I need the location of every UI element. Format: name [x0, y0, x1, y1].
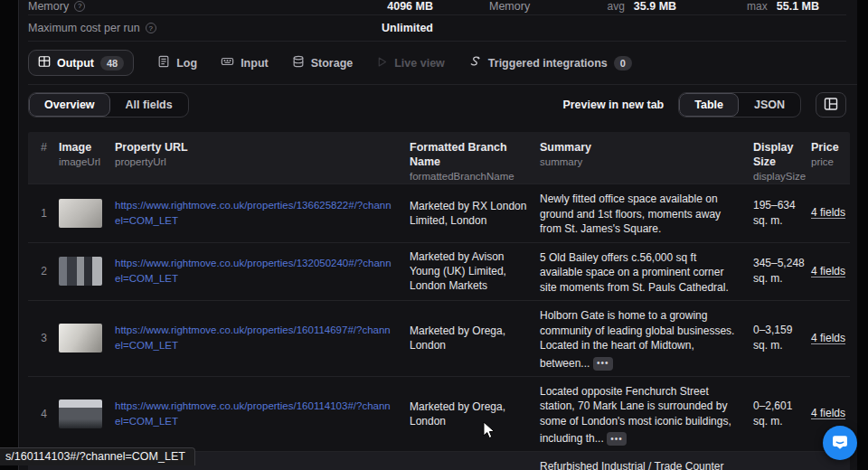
property-thumbnail[interactable]	[59, 400, 102, 428]
col-header-index: #	[28, 132, 59, 155]
integrations-icon	[468, 55, 482, 71]
max-label: max	[747, 0, 768, 13]
row-index: 4	[28, 408, 59, 420]
tab-log[interactable]: Log	[157, 55, 197, 70]
format-segmented-control: Table JSON	[678, 92, 801, 118]
tab-triggered-integrations[interactable]: Triggered integrations 0	[468, 55, 632, 71]
memory-setting-value: 4096 MB	[387, 0, 433, 13]
branch-name: Marketed by Orega, London	[410, 324, 540, 352]
summary-value: 5 Old Bailey offers c.56,000 sq ft avail…	[540, 251, 729, 294]
branch-name: Marketed by Avison Young (UK) Limited, L…	[410, 249, 540, 293]
tab-log-label: Log	[176, 57, 197, 70]
integrations-count-badge: 0	[614, 56, 632, 70]
branch-name: Marketed by Orega, London	[410, 400, 540, 428]
memory-setting-text: Memory	[28, 0, 69, 13]
run-tabs: Output 48 Log Input	[28, 42, 857, 85]
output-count-badge: 48	[100, 56, 124, 70]
segment-overview[interactable]: Overview	[29, 93, 110, 117]
segment-table[interactable]: Table	[679, 93, 739, 117]
row-index: 2	[28, 265, 59, 277]
help-icon[interactable]: ?	[74, 1, 85, 12]
property-url-link[interactable]: https://www.rightmove.co.uk/properties/1…	[115, 400, 391, 427]
summary-text: Newly fitted office space available on g…	[540, 184, 753, 242]
max-cost-value: Unlimited	[382, 22, 433, 34]
memory-stats-label: Memory	[489, 0, 530, 13]
dataset-table: # Image imageUrl Property URL propertyUr…	[28, 132, 850, 470]
tab-storage-label: Storage	[311, 57, 354, 70]
summary-value: Located opposite Fenchurch Street statio…	[540, 385, 731, 445]
max-value: 55.1 MB	[777, 0, 819, 13]
table-row: 4 https://www.rightmove.co.uk/properties…	[28, 376, 850, 452]
property-url-link[interactable]: https://www.rightmove.co.uk/properties/1…	[115, 258, 392, 284]
property-thumbnail[interactable]	[59, 257, 102, 286]
segment-all-fields[interactable]: All fields	[110, 93, 188, 117]
storage-database-icon	[292, 55, 305, 70]
tab-storage[interactable]: Storage	[292, 55, 354, 70]
memory-usage-stats: Memory avg 35.9 MB max 55.1 MB	[433, 0, 846, 13]
memory-setting-label: Memory ?	[28, 0, 85, 13]
price-fields-link[interactable]: 4 fields	[811, 206, 845, 219]
col-header-summary: Summary summary	[540, 132, 753, 169]
run-settings: Memory ? 4096 MB Memory avg 35.9 MB max …	[28, 0, 857, 42]
tab-input-label: Input	[241, 57, 269, 70]
summary-value: Holborn Gate is home to a growing commun…	[540, 309, 734, 369]
max-cost-label: Maximum cost per run ?	[28, 22, 156, 34]
output-table-icon	[38, 55, 51, 70]
setting-row-memory: Memory ? 4096 MB Memory avg 35.9 MB max …	[28, 0, 846, 15]
summary-text: Located opposite Fenchurch Street statio…	[540, 377, 753, 452]
chat-widget-button[interactable]	[823, 426, 857, 460]
col-header-branch-name: Formatted Branch Name formattedBranchNam…	[410, 132, 540, 183]
display-size: 195–634 sq. m.	[753, 198, 811, 229]
input-icon	[221, 55, 234, 70]
row-index: 1	[28, 207, 59, 220]
chat-bubble-icon	[831, 433, 849, 454]
column-settings-button[interactable]	[816, 92, 846, 118]
memory-avg-stat: avg 35.9 MB	[607, 0, 676, 13]
columns-layout-icon	[824, 97, 838, 114]
preview-in-new-tab-link[interactable]: Preview in new tab	[562, 99, 664, 111]
row-index: 3	[28, 332, 59, 344]
property-thumbnail[interactable]	[59, 199, 102, 228]
expand-summary-button[interactable]: •••	[593, 357, 613, 371]
display-size: 345–5,248 sq. m.	[753, 256, 811, 287]
run-detail-panel: Memory ? 4096 MB Memory avg 35.9 MB max …	[18, 0, 857, 470]
property-url-link[interactable]: https://www.rightmove.co.uk/properties/1…	[115, 200, 392, 226]
col-header-image: Image imageUrl	[59, 132, 115, 169]
setting-row-max-cost: Maximum cost per run ? Unlimited	[28, 15, 846, 42]
memory-max-stat: max 55.1 MB	[747, 0, 819, 13]
tab-output[interactable]: Output 48	[28, 50, 134, 76]
fields-segmented-control: Overview All fields	[28, 92, 189, 118]
summary-text: Holborn Gate is home to a growing commun…	[540, 301, 753, 376]
table-header-row: # Image imageUrl Property URL propertyUr…	[28, 132, 850, 183]
property-thumbnail[interactable]	[59, 324, 102, 352]
segment-json[interactable]: JSON	[739, 93, 800, 117]
avg-label: avg	[607, 0, 624, 13]
log-icon	[157, 55, 170, 70]
summary-text: Refurbished Industrial / Trade Counter U…	[540, 452, 753, 470]
tab-input[interactable]: Input	[221, 55, 269, 70]
branch-name: Marketed by RX London Limited, London	[410, 199, 540, 228]
price-fields-link[interactable]: 4 fields	[811, 332, 845, 344]
link-hover-statusbar: s/160114103#/?channel=COM_LET	[0, 447, 195, 465]
tab-live-view-label: Live view	[394, 57, 445, 70]
summary-text: 5 Old Bailey offers c.56,000 sq ft avail…	[540, 243, 753, 301]
dataset-view-controls: Overview All fields Preview in new tab T…	[28, 85, 857, 125]
tab-output-label: Output	[57, 57, 94, 70]
property-url-link[interactable]: https://www.rightmove.co.uk/properties/1…	[115, 324, 391, 351]
price-fields-link[interactable]: 4 fields	[811, 265, 845, 277]
summary-value: Newly fitted office space available on g…	[540, 193, 721, 235]
display-size: 0–2,601 sq. m.	[753, 399, 811, 429]
live-view-play-icon	[376, 56, 388, 70]
expand-summary-button[interactable]: •••	[607, 432, 627, 446]
table-row: 3 https://www.rightmove.co.uk/properties…	[28, 300, 850, 376]
max-cost-text: Maximum cost per run	[28, 22, 140, 34]
col-header-property-url: Property URL propertyUrl	[115, 132, 410, 169]
col-header-price: Price price	[811, 132, 851, 169]
col-header-display-size: Display Size displaySize	[753, 132, 811, 183]
price-fields-link[interactable]: 4 fields	[811, 407, 845, 419]
summary-value: Refurbished Industrial / Trade Counter U…	[540, 460, 740, 470]
table-row: 1 https://www.rightmove.co.uk/properties…	[28, 183, 850, 242]
help-icon[interactable]: ?	[146, 23, 156, 33]
tab-live-view: Live view	[376, 56, 445, 70]
avg-value: 35.9 MB	[634, 0, 676, 13]
